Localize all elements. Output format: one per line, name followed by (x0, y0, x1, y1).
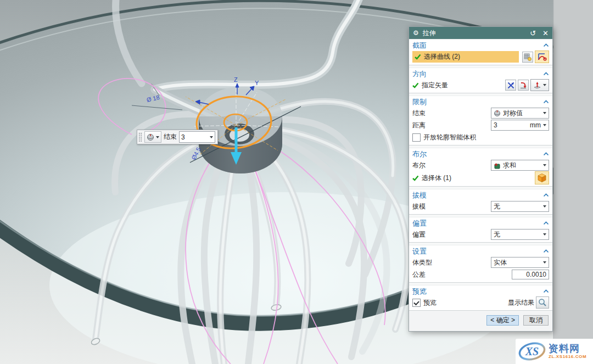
chevron-down-icon (543, 84, 546, 86)
section-header: 截面 (412, 41, 427, 51)
group-limits: 限制 结束 对称值 距离 3 mm (409, 96, 552, 145)
sketch-section-button[interactable] (535, 51, 549, 63)
check-icon (415, 54, 421, 60)
vector-method-dropdown[interactable] (530, 79, 549, 91)
body-type-label: 体类型 (412, 258, 491, 267)
chevron-down-icon (543, 205, 546, 208)
boolean-label: 布尔 (412, 161, 491, 170)
tolerance-value: 0.0010 (526, 271, 546, 278)
app-side-strip (553, 0, 593, 364)
select-body-label: 选择体 (1) (422, 173, 533, 183)
chevron-down-icon (543, 233, 546, 236)
extrude-dialog: ⚙ 拉伸 ↺ ✕ 截面 选择曲线 (2) (409, 26, 553, 332)
close-icon[interactable]: ✕ (542, 29, 549, 37)
onscreen-mini-toolbar: 结束 3 (137, 130, 218, 144)
xs-logo-icon: XS (518, 341, 546, 361)
preview-label: 预览 (423, 298, 508, 307)
dialog-title: 拉伸 (423, 29, 523, 38)
unite-icon (494, 162, 501, 169)
open-profile-checkbox[interactable] (412, 133, 421, 142)
specify-vector-label: 指定矢量 (422, 81, 504, 90)
collapse-chevron-icon[interactable] (543, 72, 549, 76)
distance-label: 距离 (412, 121, 491, 130)
boolean-value: 求和 (503, 161, 541, 170)
collapse-chevron-icon[interactable] (543, 152, 549, 156)
group-offset: 偏置 偏置 无 (409, 217, 552, 243)
end-mode-dropdown[interactable] (144, 131, 161, 143)
magnifier-icon (538, 298, 547, 307)
group-preview: 预览 预览 显示结果 (409, 285, 552, 311)
chevron-down-icon (543, 261, 546, 264)
axis-y-label: Y (255, 80, 259, 86)
boolean-header: 布尔 (412, 149, 427, 159)
group-settings: 设置 体类型 实体 公差 0.0010 (409, 245, 552, 283)
collapse-chevron-icon[interactable] (543, 289, 549, 293)
collapse-chevron-icon[interactable] (543, 249, 549, 253)
dialog-title-bar[interactable]: ⚙ 拉伸 ↺ ✕ (409, 27, 552, 39)
check-icon (412, 175, 419, 181)
axis-z-label: Z (234, 76, 238, 83)
direction-header: 方向 (412, 69, 427, 79)
end-mode-combo[interactable]: 对称值 (491, 108, 549, 119)
collapse-chevron-icon[interactable] (543, 100, 549, 104)
limits-header: 限制 (412, 97, 427, 107)
chevron-down-icon (543, 124, 546, 126)
check-icon (412, 82, 419, 88)
select-curve-label: 选择曲线 (2) (424, 52, 460, 61)
toolbar-drag-handle[interactable] (138, 132, 142, 142)
group-direction: 方向 指定矢量 (409, 68, 552, 93)
gear-icon: ⚙ (413, 29, 419, 37)
settings-header: 设置 (412, 247, 427, 256)
tolerance-label: 公差 (412, 270, 512, 279)
body-type-combo[interactable]: 实体 (491, 257, 549, 268)
svg-text:XS: XS (525, 345, 539, 357)
show-result-label: 显示结果 (508, 298, 534, 307)
collapse-chevron-icon[interactable] (543, 193, 549, 197)
end-distance-input[interactable]: 3 (179, 131, 215, 143)
distance-value: 3 (494, 121, 528, 129)
curve-rule-icon (524, 53, 532, 61)
cancel-button[interactable]: 取消 (523, 315, 549, 326)
curve-rule-button[interactable] (522, 52, 533, 63)
ok-button[interactable]: < 确定 > (486, 315, 519, 326)
chevron-down-icon (210, 136, 213, 138)
preview-header: 预览 (412, 287, 427, 296)
application-window: Z Y Ø 18 Ø4.5 结束 3 (0, 0, 593, 364)
show-result-button[interactable] (536, 296, 549, 309)
dialog-footer: < 确定 > 取消 (409, 311, 552, 331)
vector-icon (533, 81, 541, 89)
chevron-down-icon (156, 136, 159, 138)
body-type-value: 实体 (494, 258, 541, 267)
offset-value: 无 (494, 230, 541, 239)
offset-header: 偏置 (412, 219, 427, 228)
end-label: 结束 (412, 109, 491, 118)
vector-cross-button[interactable] (505, 80, 516, 91)
tolerance-input[interactable]: 0.0010 (512, 270, 549, 279)
end-label: 结束 (164, 132, 177, 142)
offset-label: 偏置 (412, 230, 491, 239)
select-curve-field[interactable]: 选择曲线 (2) (412, 51, 519, 63)
boolean-combo[interactable]: 求和 (491, 160, 549, 171)
reverse-direction-button[interactable] (518, 80, 529, 91)
select-body-button[interactable] (535, 171, 549, 184)
open-profile-label: 开放轮廓智能体积 (423, 133, 476, 142)
symmetric-value-icon (147, 133, 154, 141)
chevron-down-icon (543, 164, 546, 166)
watermark-site-url: ZL.XS1616.COM (549, 355, 586, 359)
group-section: 截面 选择曲线 (2) (409, 39, 552, 65)
reset-icon[interactable]: ↺ (530, 29, 536, 37)
collapse-chevron-icon[interactable] (543, 221, 549, 225)
offset-combo[interactable]: 无 (491, 229, 549, 240)
distance-input[interactable]: 3 mm (491, 120, 549, 131)
group-draft: 拔模 拔模 无 (409, 189, 552, 215)
draft-combo[interactable]: 无 (491, 201, 549, 212)
solid-body-cube-icon (537, 173, 547, 183)
distance-unit: mm (530, 121, 541, 129)
collapse-chevron-icon[interactable] (543, 43, 549, 47)
preview-checkbox[interactable] (412, 299, 421, 307)
end-mode-value: 对称值 (503, 109, 541, 118)
group-boolean: 布尔 布尔 求和 选择体 (1) (409, 148, 552, 187)
reverse-direction-icon (519, 82, 527, 89)
draft-label: 拔模 (412, 202, 491, 211)
draft-header: 拔模 (412, 191, 427, 200)
